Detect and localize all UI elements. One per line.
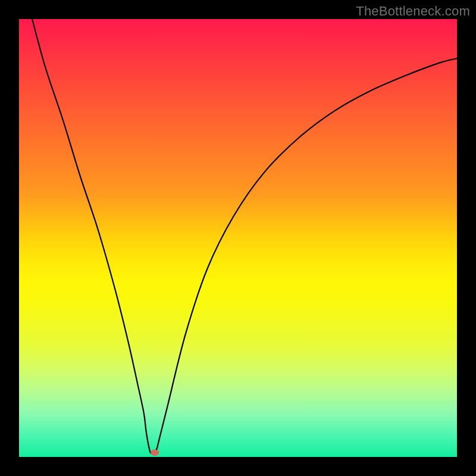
plot-area [19,19,457,457]
watermark-text: TheBottleneck.com [356,4,470,19]
bottleneck-curve [32,19,457,453]
minimum-marker [151,449,159,456]
curve-layer [19,19,457,457]
chart-frame: TheBottleneck.com [0,0,476,476]
